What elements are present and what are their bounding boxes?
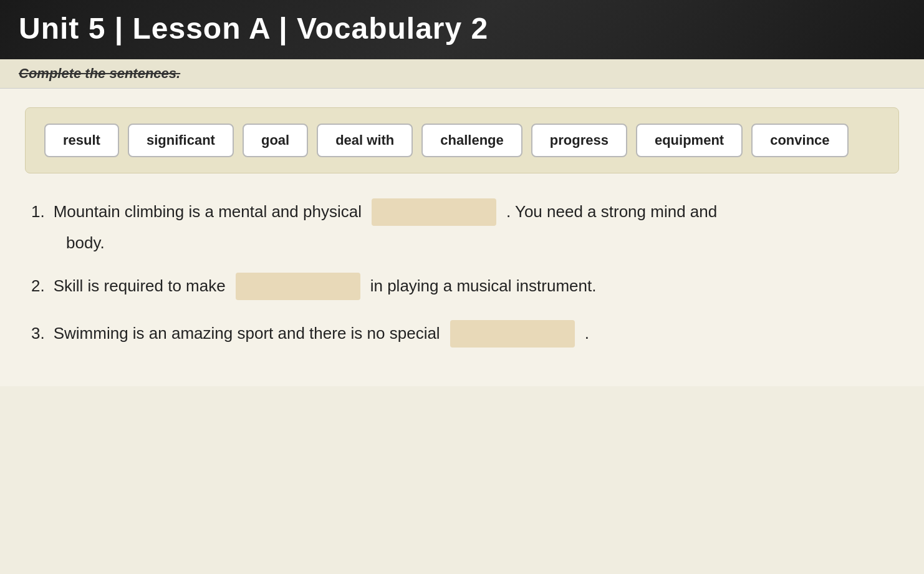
word-chip-goal[interactable]: goal bbox=[243, 124, 308, 157]
sentence-1-blank[interactable] bbox=[372, 198, 496, 226]
word-chip-deal-with[interactable]: deal with bbox=[317, 124, 413, 157]
word-chip-significant[interactable]: significant bbox=[128, 124, 234, 157]
sentence-3: 3. Swimming is an amazing sport and ther… bbox=[31, 320, 893, 348]
word-chip-progress[interactable]: progress bbox=[531, 124, 627, 157]
word-chip-result[interactable]: result bbox=[44, 124, 119, 157]
sentence-3-blank[interactable] bbox=[450, 320, 575, 348]
sentence-3-after: . bbox=[585, 321, 589, 347]
word-chip-equipment[interactable]: equipment bbox=[636, 124, 743, 157]
sentence-2-before: Skill is required to make bbox=[54, 273, 226, 299]
sentence-1-after: . You need a strong mind and bbox=[506, 199, 717, 225]
word-chip-challenge[interactable]: challenge bbox=[421, 124, 522, 157]
instruction-text: Complete the sentences. bbox=[19, 66, 180, 81]
sentence-3-before: Swimming is an amazing sport and there i… bbox=[54, 321, 440, 347]
header: Unit 5 | Lesson A | Vocabulary 2 bbox=[0, 0, 924, 59]
word-bank: result significant goal deal with challe… bbox=[25, 107, 899, 173]
sentence-2-after: in playing a musical instrument. bbox=[370, 273, 597, 299]
sentence-1-number: 1. bbox=[31, 199, 45, 225]
page-title: Unit 5 | Lesson A | Vocabulary 2 bbox=[19, 11, 905, 46]
sentence-2-blank[interactable] bbox=[236, 273, 360, 300]
main-content: result significant goal deal with challe… bbox=[0, 89, 924, 386]
sentence-1: 1. Mountain climbing is a mental and phy… bbox=[31, 198, 893, 226]
word-chip-convince[interactable]: convince bbox=[751, 124, 848, 157]
sentence-2: 2. Skill is required to make in playing … bbox=[31, 273, 893, 300]
sentence-1-before: Mountain climbing is a mental and physic… bbox=[54, 199, 362, 225]
instruction-bar: Complete the sentences. bbox=[0, 59, 924, 89]
sentence-3-number: 3. bbox=[31, 321, 45, 347]
sentence-2-number: 2. bbox=[31, 273, 45, 299]
sentences-section: 1. Mountain climbing is a mental and phy… bbox=[25, 198, 899, 348]
sentence-1-second-line: body. bbox=[66, 233, 105, 252]
